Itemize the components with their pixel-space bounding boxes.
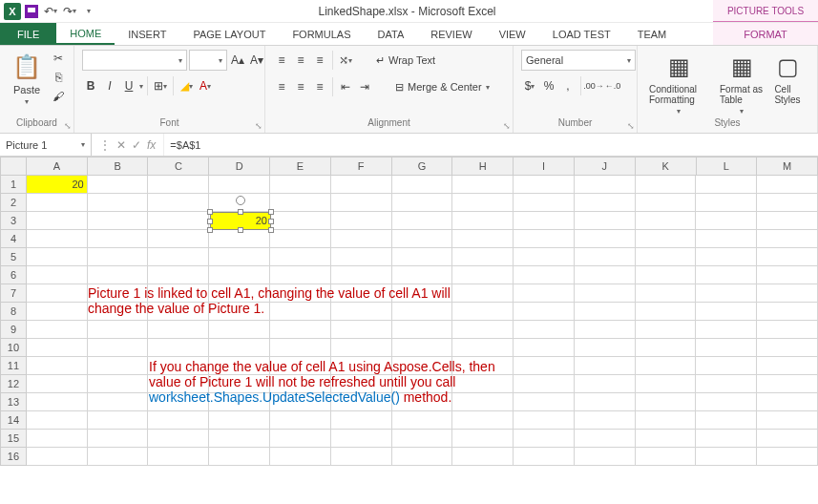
- col-header[interactable]: C: [148, 157, 209, 176]
- excel-app-icon[interactable]: X: [4, 3, 21, 20]
- cell[interactable]: [148, 212, 209, 230]
- align-right-icon[interactable]: ≡: [311, 78, 328, 95]
- cell[interactable]: [514, 266, 575, 284]
- cell[interactable]: [148, 430, 209, 448]
- cell[interactable]: [27, 321, 88, 339]
- cell[interactable]: [27, 284, 88, 303]
- decrease-indent-icon[interactable]: ⇤: [337, 78, 354, 95]
- resize-handle[interactable]: [268, 227, 274, 233]
- row-header[interactable]: 1: [0, 176, 27, 194]
- number-format-selector[interactable]: General▾: [521, 50, 636, 71]
- resize-handle[interactable]: [238, 209, 243, 215]
- cell[interactable]: [575, 194, 636, 212]
- cell[interactable]: [757, 339, 818, 357]
- row-header[interactable]: 3: [0, 212, 27, 230]
- cell[interactable]: [452, 339, 514, 357]
- cell[interactable]: [88, 411, 149, 430]
- cell[interactable]: [696, 339, 757, 357]
- tab-page-layout[interactable]: PAGE LAYOUT: [179, 23, 279, 45]
- cell[interactable]: [452, 212, 514, 230]
- bold-button[interactable]: B: [82, 77, 99, 94]
- cell[interactable]: [575, 430, 636, 448]
- cell[interactable]: [27, 248, 88, 266]
- cell[interactable]: [696, 284, 757, 303]
- cell[interactable]: [27, 430, 88, 448]
- cell[interactable]: [575, 266, 636, 284]
- cut-icon[interactable]: ✂: [50, 50, 67, 67]
- cell[interactable]: [514, 230, 575, 248]
- cell[interactable]: [452, 430, 514, 448]
- resize-handle[interactable]: [207, 209, 213, 215]
- tab-home[interactable]: HOME: [56, 23, 115, 45]
- cell[interactable]: [209, 248, 270, 266]
- resize-handle[interactable]: [268, 219, 274, 224]
- cell[interactable]: [88, 230, 149, 248]
- cell[interactable]: [331, 339, 392, 357]
- cell[interactable]: [270, 248, 331, 266]
- cell[interactable]: [757, 321, 818, 339]
- increase-decimal-icon[interactable]: .00→: [585, 77, 602, 94]
- italic-button[interactable]: I: [101, 77, 118, 94]
- cell[interactable]: [514, 448, 575, 466]
- cell[interactable]: [696, 230, 757, 248]
- cell[interactable]: [331, 448, 392, 466]
- cell[interactable]: [392, 266, 453, 284]
- resize-handle[interactable]: [238, 227, 243, 233]
- cell[interactable]: [88, 448, 149, 466]
- cell[interactable]: [88, 321, 149, 339]
- paste-button[interactable]: 📋 Paste ▾: [8, 50, 46, 108]
- cell[interactable]: [88, 393, 149, 411]
- save-icon[interactable]: [23, 3, 40, 20]
- cell[interactable]: [696, 430, 757, 448]
- cell[interactable]: [331, 411, 392, 430]
- row-header[interactable]: 12: [0, 375, 27, 393]
- align-left-icon[interactable]: ≡: [273, 78, 290, 95]
- cell[interactable]: [575, 448, 636, 466]
- conditional-formatting-button[interactable]: ▦ Conditional Formatting▾: [645, 50, 712, 117]
- cell[interactable]: [88, 339, 149, 357]
- cell[interactable]: [270, 411, 331, 430]
- cell[interactable]: [514, 339, 575, 357]
- cell[interactable]: [148, 266, 209, 284]
- cell[interactable]: [575, 339, 636, 357]
- cell[interactable]: [331, 176, 392, 194]
- cell[interactable]: [88, 266, 149, 284]
- cell[interactable]: [209, 430, 270, 448]
- accounting-format-icon[interactable]: $▾: [521, 77, 538, 94]
- cell[interactable]: [575, 230, 636, 248]
- cell[interactable]: [514, 411, 575, 430]
- align-middle-icon[interactable]: ≡: [292, 52, 309, 69]
- cell[interactable]: [696, 266, 757, 284]
- cell[interactable]: [331, 266, 392, 284]
- row-header[interactable]: 9: [0, 321, 27, 339]
- font-family-selector[interactable]: ▾: [82, 50, 187, 71]
- cell[interactable]: [88, 357, 149, 375]
- cell[interactable]: [27, 339, 88, 357]
- cell[interactable]: [575, 321, 636, 339]
- row-header[interactable]: 16: [0, 448, 27, 466]
- cell[interactable]: [757, 448, 818, 466]
- cell[interactable]: [270, 339, 331, 357]
- cell[interactable]: [270, 212, 331, 230]
- formula-input[interactable]: =$A$1: [163, 134, 818, 156]
- cell[interactable]: [696, 321, 757, 339]
- redo-icon[interactable]: ↷▾: [61, 3, 78, 20]
- cell[interactable]: [392, 430, 453, 448]
- cell[interactable]: [148, 339, 209, 357]
- col-header[interactable]: G: [392, 157, 453, 176]
- cell[interactable]: [209, 266, 270, 284]
- resize-handle[interactable]: [268, 209, 274, 215]
- cell[interactable]: [636, 321, 697, 339]
- row-header[interactable]: 13: [0, 393, 27, 411]
- cell[interactable]: [452, 266, 514, 284]
- cell[interactable]: [757, 375, 818, 393]
- col-header[interactable]: D: [209, 157, 270, 176]
- rotate-handle-icon[interactable]: [236, 196, 245, 205]
- resize-handle[interactable]: [207, 227, 213, 233]
- cell[interactable]: [757, 357, 818, 375]
- cell[interactable]: [27, 448, 88, 466]
- cell[interactable]: [331, 430, 392, 448]
- resize-handle[interactable]: [207, 219, 213, 224]
- col-header[interactable]: B: [88, 157, 149, 176]
- cell[interactable]: [88, 248, 149, 266]
